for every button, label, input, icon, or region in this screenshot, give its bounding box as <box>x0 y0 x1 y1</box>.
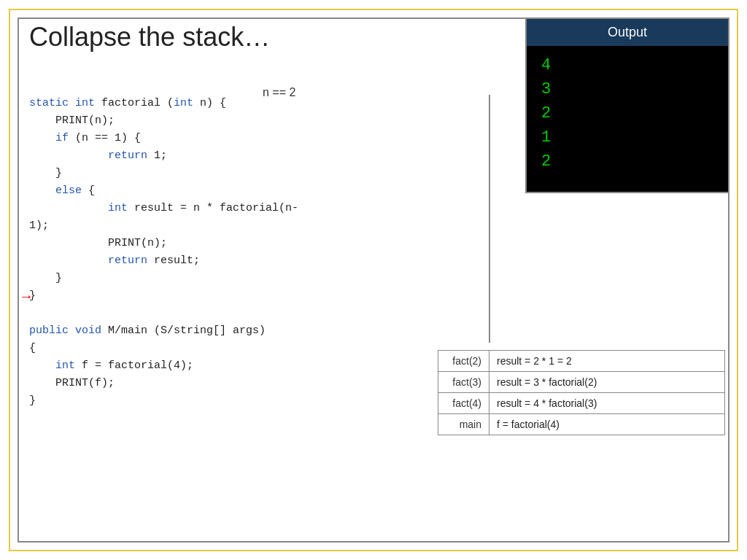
code-line-12: } <box>29 287 244 305</box>
output-line-1: 4 <box>541 53 713 77</box>
output-body: 4 3 2 1 2 <box>527 46 728 192</box>
frame-label: fact(2) <box>438 351 489 372</box>
code-line-4: return 1; <box>29 147 244 165</box>
table-row: fact(3)result = 3 * factorial(2) <box>438 372 725 393</box>
code-line-10: return result; <box>29 252 244 270</box>
output-header: Output <box>527 19 728 46</box>
keyword-public: public <box>29 324 69 337</box>
keyword-int-2: int <box>174 97 193 109</box>
code-line-5: } <box>29 165 244 182</box>
code-line-blank <box>29 305 244 322</box>
code-line-1: static int factorial (int n) { <box>29 95 244 112</box>
code-line-13: public void M/main (S/string[] args) <box>29 322 244 340</box>
frame-label: fact(3) <box>438 372 489 393</box>
keyword-static: static <box>29 97 69 109</box>
output-line-5: 2 <box>541 149 713 174</box>
keyword-int-4: int <box>55 359 75 372</box>
keyword-int-3: int <box>108 202 128 214</box>
code-area: static int factorial (int n) { PRINT(n);… <box>29 95 244 410</box>
code-line-15: int f = factorial(4); <box>29 357 244 375</box>
keyword-return-1: return <box>108 149 147 162</box>
frame-content: result = 3 * factorial(2) <box>489 372 725 393</box>
frame-label: main <box>438 414 489 435</box>
output-panel: Output 4 3 2 1 2 <box>525 18 729 193</box>
code-line-7: int result = n * factorial(n- <box>29 200 244 217</box>
stack-table: fact(2)result = 2 * 1 = 2fact(3)result =… <box>438 350 725 435</box>
code-line-3: if (n == 1) { <box>29 130 244 147</box>
frame-content: result = 4 * factorial(3) <box>489 393 725 414</box>
slide-title: Collapse the stack… <box>29 22 270 52</box>
vertical-divider <box>489 95 490 343</box>
table-row: mainf = factorial(4) <box>438 414 725 435</box>
code-line-16: PRINT(f); <box>29 375 244 392</box>
code-line-8: 1); <box>29 217 244 235</box>
keyword-void: void <box>75 324 101 337</box>
output-line-3: 2 <box>541 101 713 125</box>
output-line-4: 1 <box>541 125 713 149</box>
keyword-return-2: return <box>108 254 147 267</box>
code-line-6: else { <box>29 182 244 200</box>
keyword-else: else <box>55 184 82 197</box>
keyword-int-1: int <box>75 97 95 109</box>
output-line-2: 3 <box>541 77 713 101</box>
keyword-if: if <box>55 132 69 144</box>
frame-content: f = factorial(4) <box>489 414 725 435</box>
table-row: fact(4)result = 4 * factorial(3) <box>438 393 725 414</box>
code-line-14: { <box>29 340 244 357</box>
code-line-2: PRINT(n); <box>29 112 244 130</box>
frame-content: result = 2 * 1 = 2 <box>489 351 725 372</box>
code-line-17: } <box>29 392 244 410</box>
table-row: fact(2)result = 2 * 1 = 2 <box>438 351 725 372</box>
frame-label: fact(4) <box>438 393 489 414</box>
code-line-9: PRINT(n); <box>29 235 244 252</box>
n-label: n == 2 <box>263 86 295 99</box>
code-line-11: } <box>29 270 244 287</box>
